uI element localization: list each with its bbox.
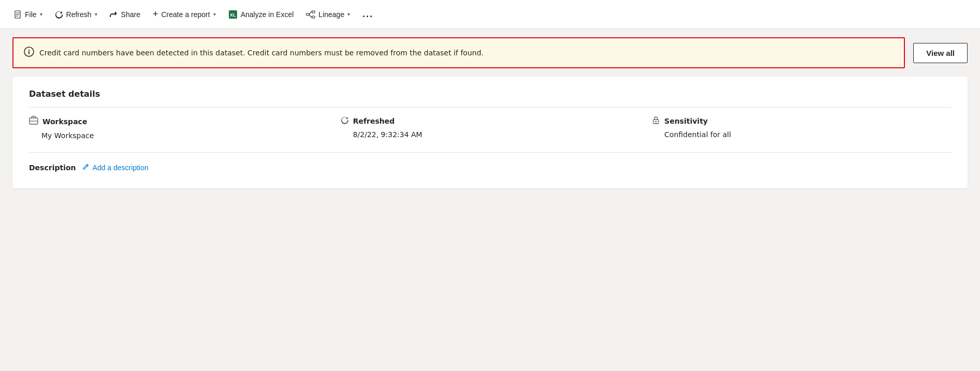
excel-icon: XL bbox=[228, 10, 238, 19]
sensitivity-item: Sensitivity Confidential for all bbox=[652, 116, 951, 140]
plus-icon: + bbox=[153, 9, 158, 20]
create-report-chevron-icon: ▾ bbox=[213, 11, 216, 17]
description-label: Description bbox=[29, 164, 76, 172]
description-section: Description Add a description bbox=[29, 163, 951, 172]
refreshed-icon bbox=[341, 116, 349, 126]
file-chevron-icon: ▾ bbox=[40, 11, 42, 17]
svg-rect-6 bbox=[306, 13, 309, 16]
refresh-icon bbox=[55, 10, 63, 19]
refreshed-label-row: Refreshed bbox=[341, 116, 640, 126]
svg-line-20 bbox=[86, 165, 87, 166]
workspace-icon bbox=[29, 116, 38, 127]
lineage-label: Lineage bbox=[318, 10, 344, 19]
file-label: File bbox=[25, 10, 37, 19]
svg-point-11 bbox=[311, 11, 312, 12]
sensitivity-icon bbox=[652, 116, 660, 126]
svg-rect-7 bbox=[312, 11, 315, 13]
sensitivity-value: Confidential for all bbox=[652, 130, 951, 139]
refreshed-value: 8/2/22, 9:32:34 AM bbox=[341, 130, 640, 139]
refreshed-label: Refreshed bbox=[353, 117, 395, 125]
sensitivity-label-row: Sensitivity bbox=[652, 116, 951, 126]
alert-message: Credit card numbers have been detected i… bbox=[39, 48, 484, 58]
dataset-details-card: Dataset details Workspace My Workspace bbox=[12, 77, 968, 188]
workspace-label-row: Workspace bbox=[29, 116, 328, 127]
workspace-label: Workspace bbox=[42, 117, 87, 126]
add-description-label: Add a description bbox=[93, 164, 149, 172]
sensitivity-label: Sensitivity bbox=[664, 117, 708, 125]
file-button[interactable]: File ▾ bbox=[8, 7, 48, 22]
main-content: Credit card numbers have been detected i… bbox=[0, 29, 980, 188]
workspace-value: My Workspace bbox=[29, 131, 328, 140]
lineage-icon bbox=[306, 10, 315, 19]
svg-point-19 bbox=[655, 121, 657, 123]
refreshed-item: Refreshed 8/2/22, 9:32:34 AM bbox=[341, 116, 640, 140]
info-icon bbox=[24, 47, 34, 59]
svg-point-15 bbox=[28, 50, 30, 51]
add-description-button[interactable]: Add a description bbox=[82, 163, 149, 172]
create-report-button[interactable]: + Create a report ▾ bbox=[148, 6, 221, 23]
dataset-details-title: Dataset details bbox=[29, 89, 951, 108]
toolbar: File ▾ Refresh ▾ Share + Create a report… bbox=[0, 0, 980, 29]
svg-rect-8 bbox=[312, 16, 315, 18]
create-report-label: Create a report bbox=[161, 10, 210, 19]
share-label: Share bbox=[121, 10, 140, 19]
refresh-label: Refresh bbox=[66, 10, 92, 19]
svg-point-12 bbox=[311, 17, 312, 18]
more-button[interactable]: ... bbox=[357, 6, 378, 23]
lineage-button[interactable]: Lineage ▾ bbox=[301, 7, 355, 22]
analyze-excel-button[interactable]: XL Analyze in Excel bbox=[223, 7, 299, 22]
share-icon bbox=[110, 10, 118, 19]
analyze-excel-label: Analyze in Excel bbox=[241, 10, 294, 19]
svg-text:XL: XL bbox=[230, 12, 236, 18]
view-all-button[interactable]: View all bbox=[913, 43, 968, 63]
workspace-item: Workspace My Workspace bbox=[29, 116, 328, 140]
lineage-chevron-icon: ▾ bbox=[347, 11, 350, 17]
file-icon bbox=[13, 10, 22, 19]
refresh-chevron-icon: ▾ bbox=[95, 11, 97, 17]
edit-icon bbox=[82, 163, 90, 172]
alert-box: Credit card numbers have been detected i… bbox=[12, 37, 905, 68]
details-grid: Workspace My Workspace Refreshed 8/2/22,… bbox=[29, 116, 951, 153]
share-button[interactable]: Share bbox=[105, 7, 145, 22]
refresh-button[interactable]: Refresh ▾ bbox=[50, 7, 103, 22]
alert-container: Credit card numbers have been detected i… bbox=[0, 29, 980, 77]
more-label: ... bbox=[362, 9, 373, 20]
